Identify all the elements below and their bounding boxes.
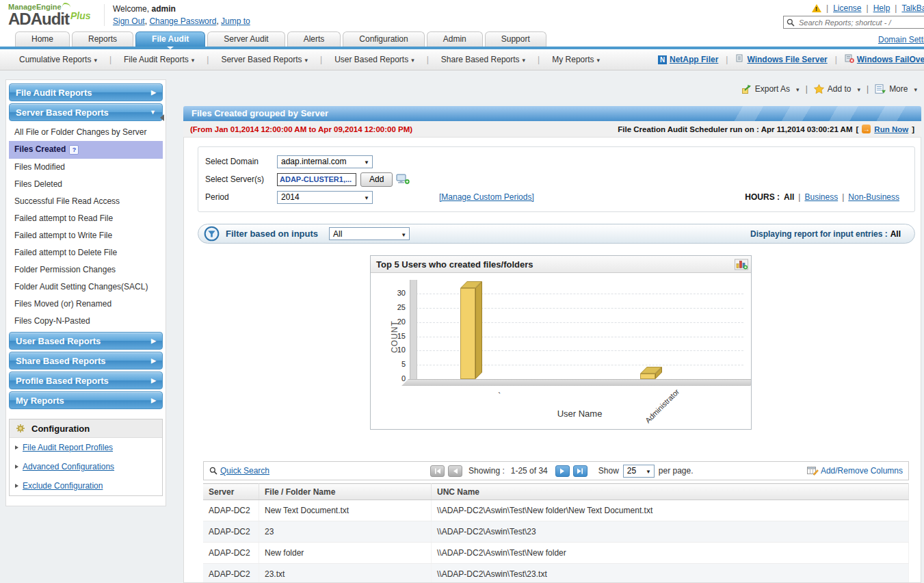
session-link-jump-to[interactable]: Jump to	[221, 16, 250, 26]
subnav-cumulative-reports[interactable]: Cumulative Reports	[10, 55, 107, 64]
subnav-link-netapp-filer[interactable]: NNetApp Filer	[658, 55, 718, 64]
report-input-form: Select Domain adap.internal.com Select S…	[198, 146, 915, 212]
help-icon[interactable]	[69, 145, 79, 155]
sidebar-section-share-based-reports[interactable]: Share Based Reports▶	[9, 352, 163, 370]
chevron-down-icon	[594, 55, 600, 64]
sidebar-item-folder-audit-setting-changes-sacl[interactable]: Folder Audit Setting Changes(SACL)	[9, 278, 163, 296]
subnav-user-based-reports[interactable]: User Based Reports	[325, 55, 424, 64]
pagination-prev-button[interactable]	[448, 465, 462, 477]
warning-icon[interactable]	[812, 4, 821, 13]
chart-type-icon[interactable]	[735, 259, 748, 270]
bar-administrator[interactable]	[640, 374, 655, 379]
subnav-server-based-reports[interactable]: Server Based Reports	[211, 55, 317, 64]
quick-search[interactable]: Quick Search	[209, 466, 269, 476]
computer-add-icon[interactable]	[396, 174, 410, 185]
run-now-link[interactable]: Run Now	[874, 125, 908, 133]
tab-home[interactable]: Home	[15, 31, 70, 47]
gear-icon	[16, 424, 25, 433]
pagination-next-button[interactable]	[555, 465, 570, 477]
table-row[interactable]: ADAP-DC223.txt\\ADAP-DC2\Aswin\Test\23.t…	[203, 564, 909, 583]
tab-support[interactable]: Support	[485, 31, 546, 47]
x-tick-label: ,	[494, 387, 501, 395]
filter-select[interactable]: All	[329, 227, 410, 240]
sidebar-section-my-reports[interactable]: My Reports▶	[9, 391, 163, 409]
tab-file-audit[interactable]: File Audit	[135, 31, 205, 47]
column-header-server[interactable]: Server	[203, 484, 259, 500]
config-link-label[interactable]: Exclude Configuration	[23, 481, 103, 491]
column-header-unc-name[interactable]: UNC Name	[432, 484, 909, 500]
welcome-label: Welcome,	[113, 4, 149, 14]
config-link-advanced-configurations[interactable]: Advanced Configurations	[10, 457, 162, 476]
sidebar-item-label: Files Deleted	[14, 179, 62, 189]
manage-custom-periods-link[interactable]: [Manage Custom Periods]	[439, 192, 534, 202]
config-link-label[interactable]: File Audit Report Profiles	[23, 443, 113, 452]
session-link-sign-out[interactable]: Sign Out	[113, 16, 145, 26]
hours-option-business[interactable]: Business	[804, 192, 838, 202]
sidebar-section-file-audit-reports[interactable]: File Audit Reports▶	[9, 83, 163, 101]
add-server-button[interactable]: Add	[360, 172, 393, 187]
chevron-down-icon	[854, 84, 860, 94]
subnav-share-based-reports[interactable]: Share Based Reports	[432, 55, 535, 64]
table-row[interactable]: ADAP-DC2New folder\\ADAP-DC2\Aswin\Test\…	[203, 543, 909, 564]
sidebar-item-files-copy-n-pasted[interactable]: Files Copy-N-Pasted	[9, 313, 163, 330]
sidebar-item-files-moved-or-renamed[interactable]: Files Moved (or) Renamed	[9, 296, 163, 313]
tab-reports[interactable]: Reports	[72, 31, 133, 47]
tab-configuration[interactable]: Configuration	[343, 31, 424, 47]
welcome-block: Welcome, admin Sign Out, Change Password…	[104, 4, 250, 26]
period-select[interactable]: 2014	[277, 191, 373, 204]
bar-user-0[interactable]	[460, 288, 475, 379]
sidebar-section-profile-based-reports[interactable]: Profile Based Reports▶	[9, 372, 163, 389]
subnav-link-windows-file-server[interactable]: Windows File Server	[735, 54, 827, 65]
config-link-label[interactable]: Advanced Configurations	[23, 462, 114, 471]
subnav-file-audit-reports[interactable]: File Audit Reports	[114, 55, 204, 64]
quick-search-link[interactable]: Quick Search	[220, 466, 269, 476]
servers-input[interactable]	[277, 173, 356, 186]
sidebar-item-successful-file-read-access[interactable]: Successful File Read Access	[9, 193, 163, 210]
domain-settings-link[interactable]: Domain Settings	[878, 35, 924, 44]
sidebar-item-files-deleted[interactable]: Files Deleted	[9, 176, 163, 193]
report-search-box[interactable]	[783, 16, 924, 29]
add-remove-columns-button[interactable]: Add/Remove Columns	[807, 466, 903, 476]
sidebar-item-failed-attempt-to-delete-file[interactable]: Failed attempt to Delete File	[9, 244, 163, 261]
hours-option-non-business[interactable]: Non-Business	[848, 192, 899, 202]
page-size-select[interactable]: 25	[623, 465, 655, 478]
tab-server-audit[interactable]: Server Audit	[207, 31, 285, 47]
sidebar-item-failed-attempt-to-read-file[interactable]: Failed attempt to Read File	[9, 210, 163, 227]
config-link-file-audit-report-profiles[interactable]: File Audit Report Profiles	[10, 438, 162, 457]
separator: |	[826, 3, 828, 13]
app-logo[interactable]: ManageEngine ADAuditPlus	[8, 2, 91, 27]
sidebar-item-folder-permission-changes[interactable]: Folder Permission Changes	[9, 261, 163, 278]
search-icon	[787, 18, 795, 27]
sidebar-item-files-created[interactable]: Files Created	[9, 141, 163, 159]
sidebar-section-server-based-reports[interactable]: Server Based Reports▼	[9, 103, 163, 121]
sidebar-section-user-based-reports[interactable]: User Based Reports▶	[9, 332, 163, 350]
run-now-icon[interactable]	[862, 125, 871, 133]
subnav-my-reports[interactable]: My Reports	[542, 55, 609, 64]
add-to-button[interactable]: Add to	[814, 84, 860, 94]
subnav-link-windows-failover-cluster[interactable]: Windows FailOver Cluster	[845, 54, 924, 65]
export-as-button[interactable]: Export As	[741, 84, 800, 94]
sidebar-item-failed-attempt-to-write-file[interactable]: Failed attempt to Write File	[9, 227, 163, 244]
sidebar-item-files-modified[interactable]: Files Modified	[9, 159, 163, 176]
session-link-change-password[interactable]: Change Password	[149, 16, 216, 26]
utility-link-license[interactable]: License	[833, 3, 861, 13]
pagination-last-button[interactable]	[573, 465, 588, 477]
tab-alerts[interactable]: Alerts	[287, 31, 341, 47]
more-button[interactable]: More	[875, 84, 917, 94]
domain-select[interactable]: adap.internal.com	[277, 155, 373, 168]
search-input[interactable]	[797, 18, 924, 27]
displaying-label: Displaying report for input entries :	[750, 229, 888, 239]
tab-admin[interactable]: Admin	[427, 31, 483, 47]
utility-link-talkback[interactable]: TalkBack	[901, 3, 924, 13]
cell-server: ADAP-DC2	[203, 564, 259, 583]
pagination-first-button[interactable]	[430, 465, 445, 477]
table-row[interactable]: ADAP-DC2New Text Document.txt\\ADAP-DC2\…	[203, 500, 909, 521]
y-tick-label: 15	[374, 332, 406, 340]
sidebar-collapse-handle[interactable]	[160, 112, 167, 124]
sidebar-item-all-file-or-folder-changes-by-server[interactable]: All File or Folder Changes by Server	[9, 124, 163, 141]
column-header-file-folder-name[interactable]: File / Folder Name	[259, 484, 432, 500]
utility-link-help[interactable]: Help	[873, 3, 890, 13]
hours-option-all[interactable]: All	[784, 192, 794, 202]
config-link-exclude-configuration[interactable]: Exclude Configuration	[10, 476, 162, 495]
table-row[interactable]: ADAP-DC223\\ADAP-DC2\Aswin\Test\23	[203, 521, 909, 543]
